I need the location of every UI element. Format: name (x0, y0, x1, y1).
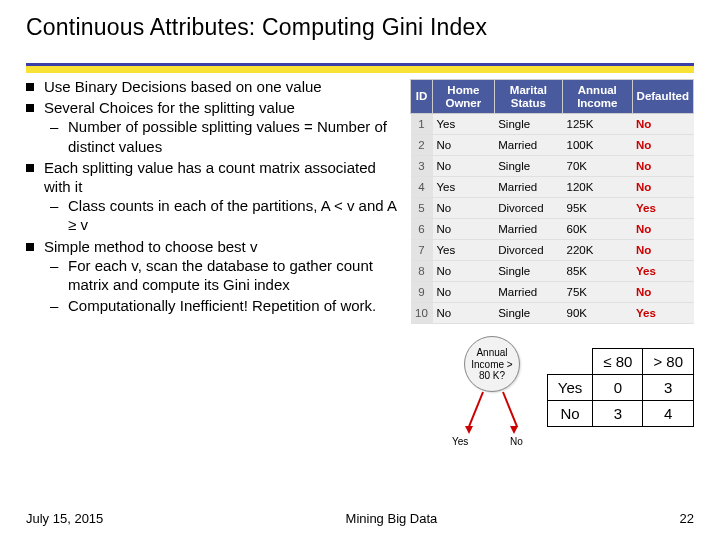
table-cell: Yes (433, 177, 495, 198)
table-row: 4YesMarried120KNo (411, 177, 694, 198)
table-cell: No (433, 198, 495, 219)
table-cell: 70K (563, 156, 633, 177)
table-cell: 7 (411, 240, 433, 261)
table-cell: Single (494, 261, 562, 282)
table-cell: Yes (433, 114, 495, 135)
count-cell: 3 (643, 375, 694, 401)
branch-line-yes (468, 392, 484, 428)
table-row: 1YesSingle125KNo (411, 114, 694, 135)
table-cell: No (433, 303, 495, 324)
right-panel: ID Home Owner Marital Status Annual Inco… (406, 77, 694, 448)
table-cell: Married (494, 177, 562, 198)
table-row: 2NoMarried100KNo (411, 135, 694, 156)
table-cell: No (632, 240, 693, 261)
table-cell: 2 (411, 135, 433, 156)
table-cell: 85K (563, 261, 633, 282)
sub-bullet: For each v, scan the database to gather … (50, 256, 400, 294)
table-cell: No (433, 282, 495, 303)
count-row-yes: Yes (547, 375, 592, 401)
bullet-text: Simple method to choose best v (44, 238, 257, 255)
table-cell: 1 (411, 114, 433, 135)
data-table: ID Home Owner Marital Status Annual Inco… (410, 79, 694, 324)
table-cell: No (632, 135, 693, 156)
table-cell: No (433, 156, 495, 177)
th-home: Home Owner (433, 80, 495, 114)
table-cell: 60K (563, 219, 633, 240)
table-cell: 75K (563, 282, 633, 303)
table-row: 9NoMarried75KNo (411, 282, 694, 303)
table-cell: 100K (563, 135, 633, 156)
table-row: 7YesDivorced220KNo (411, 240, 694, 261)
table-cell: Yes (632, 303, 693, 324)
footer-center: Mining Big Data (346, 511, 438, 526)
sub-bullet: Computationally Inefficient! Repetition … (50, 296, 400, 315)
sub-bullet: Class counts in each of the partitions, … (50, 196, 400, 234)
table-cell: Divorced (494, 240, 562, 261)
slide: Continuous Attributes: Computing Gini In… (0, 0, 720, 540)
th-id: ID (411, 80, 433, 114)
bullet: Simple method to choose best v For each … (26, 237, 400, 316)
bullet-text: Use Binary Decisions based on one value (44, 78, 322, 95)
table-cell: 220K (563, 240, 633, 261)
table-row: 3NoSingle70KNo (411, 156, 694, 177)
count-col-gt80: > 80 (643, 349, 694, 375)
table-row: 6NoMarried60KNo (411, 219, 694, 240)
table-cell: 6 (411, 219, 433, 240)
branch-line-no (502, 392, 518, 428)
title-rule (26, 63, 694, 73)
table-cell: Single (494, 114, 562, 135)
branch-label-no: No (510, 436, 523, 447)
table-cell: Single (494, 156, 562, 177)
table-cell: Married (494, 282, 562, 303)
th-income: Annual Income (563, 80, 633, 114)
table-cell: 10 (411, 303, 433, 324)
footer: July 15, 2015 Mining Big Data 22 (26, 511, 694, 526)
table-cell: No (632, 177, 693, 198)
table-cell: No (433, 135, 495, 156)
content-row: Use Binary Decisions based on one value … (26, 77, 694, 448)
bullet-text: Several Choices for the splitting value (44, 99, 295, 116)
table-cell: No (632, 282, 693, 303)
table-cell: Married (494, 219, 562, 240)
table-cell: 4 (411, 177, 433, 198)
table-cell: 120K (563, 177, 633, 198)
branch-label-yes: Yes (452, 436, 468, 447)
th-marital: Marital Status (494, 80, 562, 114)
bullet-text: Each splitting value has a count matrix … (44, 159, 376, 195)
footer-page: 22 (680, 511, 694, 526)
bullet: Each splitting value has a count matrix … (26, 158, 400, 235)
decision-node: Annual Income > 80 K? (464, 336, 520, 392)
table-cell: Yes (632, 198, 693, 219)
table-cell: No (632, 219, 693, 240)
arrowhead-icon (510, 426, 518, 434)
bullet: Several Choices for the splitting value … (26, 98, 400, 156)
bullet: Use Binary Decisions based on one value (26, 77, 400, 96)
table-cell: Yes (433, 240, 495, 261)
table-cell: Divorced (494, 198, 562, 219)
table-cell: 3 (411, 156, 433, 177)
th-defaulted: Defaulted (632, 80, 693, 114)
split-diagram: Annual Income > 80 K? Yes No ≤ 80 > 80 (410, 330, 694, 448)
blank-cell (547, 349, 592, 375)
sub-bullet: Number of possible splitting values = Nu… (50, 117, 400, 155)
count-cell: 0 (593, 375, 643, 401)
table-cell: 95K (563, 198, 633, 219)
sub-bullet-text: For each v, scan the database to gather … (68, 257, 373, 293)
table-cell: 9 (411, 282, 433, 303)
count-cell: 3 (593, 401, 643, 427)
table-cell: 8 (411, 261, 433, 282)
sub-bullet-text: Computationally Inefficient! Repetition … (68, 297, 376, 314)
table-row: 5NoDivorced95KYes (411, 198, 694, 219)
table-cell: No (632, 156, 693, 177)
table-cell: Yes (632, 261, 693, 282)
slide-title: Continuous Attributes: Computing Gini In… (26, 14, 694, 41)
sub-bullet-text: Class counts in each of the partitions, … (68, 197, 396, 233)
table-cell: 90K (563, 303, 633, 324)
table-row: 8NoSingle85KYes (411, 261, 694, 282)
bullet-panel: Use Binary Decisions based on one value … (26, 77, 406, 448)
arrowhead-icon (465, 426, 473, 434)
count-col-le80: ≤ 80 (593, 349, 643, 375)
table-cell: No (433, 219, 495, 240)
sub-bullet-text: Number of possible splitting values = Nu… (68, 118, 387, 154)
table-cell: Married (494, 135, 562, 156)
